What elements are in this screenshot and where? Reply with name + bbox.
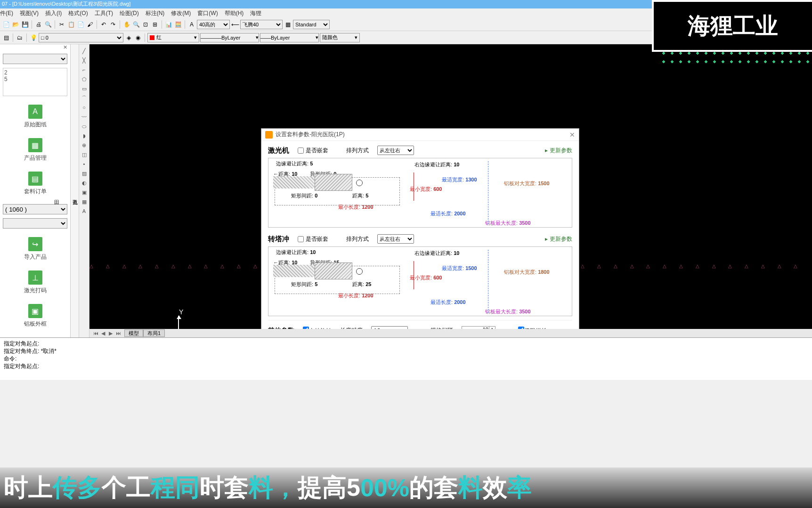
- nested-checkbox-turret[interactable]: 是否嵌套: [298, 235, 328, 243]
- menu-haili[interactable]: 海狸: [250, 9, 261, 17]
- menu-window[interactable]: 窗口(W): [197, 9, 218, 17]
- xline-icon[interactable]: ╳: [81, 57, 88, 64]
- section-laser-title: 激光机: [268, 146, 289, 155]
- menu-tools[interactable]: 工具(T): [95, 9, 113, 17]
- video-caption: 时上传多个工程同时套料，提高500%的套料效率: [0, 467, 812, 508]
- line-icon[interactable]: ╱: [81, 47, 88, 55]
- laser-diagram: 边缘避让距离: 5 ←距离: 10 异形间距: 0 矩形间距: 0 距离: 5 …: [268, 158, 572, 228]
- ellipse-icon[interactable]: ⬭: [81, 123, 88, 130]
- tab-layout1[interactable]: 布局1: [143, 329, 165, 337]
- plotstyle-select[interactable]: 随颜色▾: [320, 33, 360, 42]
- update-params-turret[interactable]: ▸更新参数: [545, 235, 572, 243]
- tab-model[interactable]: 模型: [124, 329, 143, 337]
- color-select[interactable]: 红▾: [147, 33, 199, 42]
- menu-dimension[interactable]: 标注(N): [146, 9, 165, 17]
- update-params-laser[interactable]: ▸更新参数: [545, 147, 572, 155]
- dim-style-icon[interactable]: ⟵: [231, 20, 239, 29]
- drawing-canvas[interactable]: △ △ △ △ △ △ △ △ △ △ △ △ △ △ △ △ △ △ △ △ …: [89, 44, 812, 337]
- combo-empty[interactable]: [3, 218, 67, 229]
- gradient-icon[interactable]: ◐: [81, 179, 88, 187]
- layer-iso-icon[interactable]: ◈: [124, 33, 133, 42]
- menu-view[interactable]: 视图(V): [20, 9, 39, 17]
- section-laser-header: 激光机 是否嵌套 排列方式 从左往右 ▸更新参数: [268, 144, 572, 157]
- tab-first-icon[interactable]: ⏮: [92, 330, 99, 336]
- menu-draw[interactable]: 绘图(D): [120, 9, 139, 17]
- main-workspace: ✕ 2 5 A原始图纸 ▦产品管理 ▤套料订单 ( 1060 ) ↪导入产品 ⊥…: [0, 44, 812, 337]
- cut-icon[interactable]: ✂: [57, 20, 66, 29]
- redo-icon[interactable]: ↷: [109, 20, 117, 29]
- zoom-prev-icon[interactable]: ⊞: [151, 20, 159, 29]
- linetype-select[interactable]: ———— ByLayer ▾: [200, 33, 259, 42]
- table-style-icon[interactable]: ▦: [284, 20, 292, 29]
- object-list: 2 5: [3, 68, 67, 96]
- mtext-icon[interactable]: A: [81, 207, 88, 215]
- text-style-icon[interactable]: A: [187, 20, 196, 29]
- open-icon[interactable]: 📂: [11, 20, 20, 29]
- side-alu-frame[interactable]: ▣铝板外框: [24, 304, 47, 328]
- draw-toolbar: ╱ ╳ ⌐ ⬠ ▭ ⌒ ○ 〰 ⬭ ◗ ⊕ ◫ • ▨ ◐ ▣ ▦ A: [79, 44, 89, 337]
- nested-checkbox-laser[interactable]: 是否嵌套: [298, 147, 328, 155]
- dialog-titlebar[interactable]: 设置套料参数-阳光医院(1P) ✕: [261, 129, 579, 141]
- spline-icon[interactable]: 〰: [81, 113, 88, 121]
- preview-icon[interactable]: 🔍: [44, 20, 52, 29]
- calc-icon[interactable]: 🧮: [174, 20, 182, 29]
- tab-next-icon[interactable]: ▶: [107, 330, 114, 336]
- object-type-select[interactable]: [3, 54, 67, 64]
- dim-style-select[interactable]: 飞腾40: [240, 20, 283, 29]
- menu-modify[interactable]: 修改(M): [171, 9, 191, 17]
- block-icon[interactable]: ◫: [81, 151, 88, 158]
- arrange-select-laser[interactable]: 从左往右: [377, 146, 414, 155]
- dialog-icon: [265, 131, 273, 139]
- arc-icon[interactable]: ⌒: [81, 94, 88, 102]
- region-icon[interactable]: ▣: [81, 188, 88, 196]
- zoom-realtime-icon[interactable]: 🔍: [132, 20, 140, 29]
- layer-select[interactable]: □ 0: [39, 33, 123, 42]
- folder-icon: ▤: [28, 172, 42, 186]
- polygon-icon[interactable]: ⬠: [81, 75, 88, 83]
- layer-prev-icon[interactable]: ◉: [134, 33, 142, 42]
- pan-icon[interactable]: ✋: [122, 20, 131, 29]
- layer-state-icon[interactable]: 💡: [29, 33, 38, 42]
- save-icon[interactable]: 💾: [21, 20, 29, 29]
- print-icon[interactable]: 🖨: [34, 20, 43, 29]
- rect-icon[interactable]: ▭: [81, 85, 88, 92]
- zoom-window-icon[interactable]: ⊡: [141, 20, 150, 29]
- ellipse-arc-icon[interactable]: ◗: [81, 132, 88, 139]
- side-nesting-order[interactable]: ▤套料订单: [24, 172, 47, 196]
- match-icon[interactable]: 🖌: [86, 20, 94, 29]
- combo-1060[interactable]: ( 1060 ): [3, 204, 67, 214]
- side-original-drawing[interactable]: A原始图纸: [24, 105, 47, 129]
- copy-icon[interactable]: 📋: [67, 20, 75, 29]
- menu-format[interactable]: 格式(O): [68, 9, 88, 17]
- properties-icon[interactable]: 📊: [164, 20, 173, 29]
- side-product-mgmt[interactable]: ▦产品管理: [24, 138, 47, 162]
- doc-icon: A: [28, 105, 42, 119]
- side-laser-mark[interactable]: ⊥激光打码: [24, 270, 47, 295]
- paste-icon[interactable]: 📄: [76, 20, 85, 29]
- brand-overlay: 海狸工业: [652, 0, 812, 52]
- arrange-label: 排列方式: [346, 147, 369, 155]
- insert-icon[interactable]: ⊕: [81, 141, 88, 149]
- text-style-select[interactable]: Standard: [293, 20, 330, 29]
- undo-icon[interactable]: ↶: [99, 20, 108, 29]
- layer-props-icon[interactable]: 🗂: [16, 33, 24, 42]
- panel-collapse-strip[interactable]: 孔道 田: [71, 44, 79, 337]
- pline-icon[interactable]: ⌐: [81, 66, 88, 74]
- lineweight-select[interactable]: —— ByLayer ▾: [260, 33, 319, 42]
- hatch-icon[interactable]: ▨: [81, 170, 88, 177]
- table-icon[interactable]: ▦: [81, 198, 88, 205]
- dialog-close-icon[interactable]: ✕: [569, 131, 575, 139]
- new-icon[interactable]: 📄: [2, 20, 10, 29]
- tab-prev-icon[interactable]: ◀: [100, 330, 106, 336]
- point-icon[interactable]: •: [81, 160, 88, 168]
- menu-file[interactable]: 件(E): [0, 9, 13, 17]
- menu-help[interactable]: 帮助(H): [225, 9, 244, 17]
- panel-close-icon[interactable]: ✕: [63, 44, 67, 52]
- menu-insert[interactable]: 插入(I): [45, 9, 62, 17]
- style-height-select[interactable]: 40高的: [197, 20, 230, 29]
- layer-mgr-icon[interactable]: ▤: [2, 33, 10, 42]
- circle-icon[interactable]: ○: [81, 104, 88, 111]
- side-import-product[interactable]: ↪导入产品: [24, 237, 47, 261]
- tab-last-icon[interactable]: ⏭: [115, 330, 122, 336]
- arrange-select-turret[interactable]: 从左往右: [377, 234, 414, 244]
